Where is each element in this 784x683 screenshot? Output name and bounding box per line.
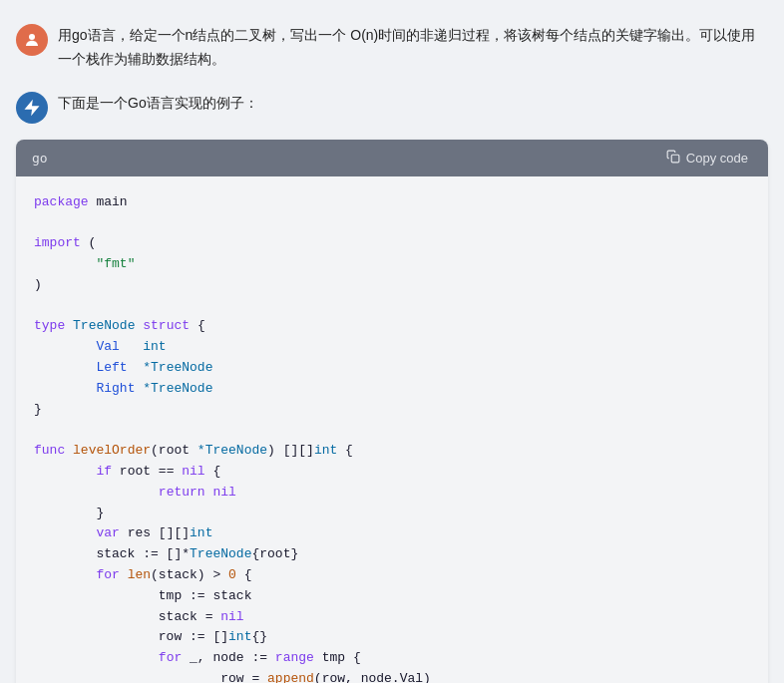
code-block-wrapper: go Copy code package main import ( "fmt"… xyxy=(16,140,768,683)
code-header: go Copy code xyxy=(16,140,768,176)
copy-code-button[interactable]: Copy code xyxy=(662,148,752,169)
bot-avatar xyxy=(16,92,48,124)
svg-point-0 xyxy=(29,34,35,40)
copy-icon xyxy=(666,150,680,167)
svg-rect-2 xyxy=(671,155,679,163)
copy-label: Copy code xyxy=(686,151,748,166)
svg-marker-1 xyxy=(25,99,40,116)
bot-message-content: 下面是一个Go语言实现的例子： xyxy=(58,92,768,116)
user-message-row: 用go语言，给定一个n结点的二叉树，写出一个 O(n)时间的非递归过程，将该树每… xyxy=(0,16,784,80)
bot-message-row: 下面是一个Go语言实现的例子： xyxy=(0,84,784,132)
code-content: package main import ( "fmt" ) type TreeN… xyxy=(34,192,750,683)
page-container: 用go语言，给定一个n结点的二叉树，写出一个 O(n)时间的非递归过程，将该树每… xyxy=(0,0,784,683)
code-body: package main import ( "fmt" ) type TreeN… xyxy=(16,176,768,683)
user-message-content: 用go语言，给定一个n结点的二叉树，写出一个 O(n)时间的非递归过程，将该树每… xyxy=(58,24,768,72)
code-language-label: go xyxy=(32,151,48,166)
bot-intro-text: 下面是一个Go语言实现的例子： xyxy=(58,92,768,116)
user-message-text: 用go语言，给定一个n结点的二叉树，写出一个 O(n)时间的非递归过程，将该树每… xyxy=(58,24,768,72)
user-avatar xyxy=(16,24,48,56)
